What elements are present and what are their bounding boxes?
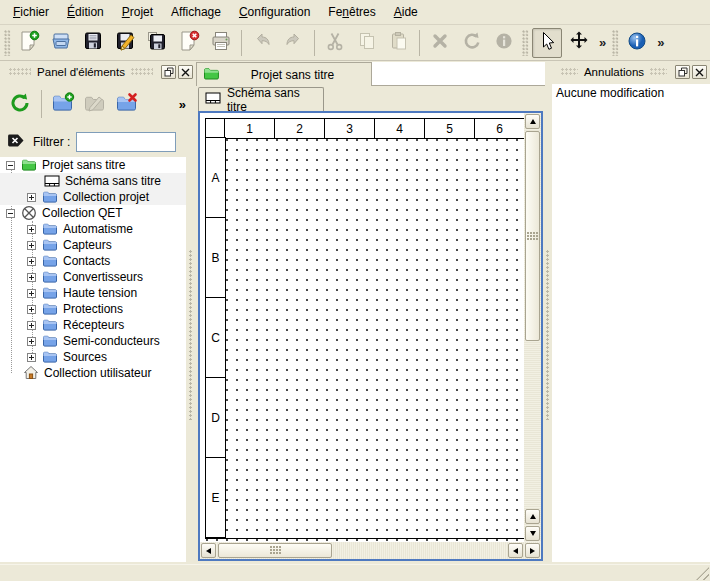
window-resize-grip[interactable]	[696, 567, 709, 580]
menu-affichage[interactable]: Affichage	[162, 2, 230, 22]
horizontal-scrollbar[interactable]	[200, 542, 541, 559]
toolbar-overflow-button[interactable]: »	[595, 35, 610, 50]
menu-configuration[interactable]: Configuration	[230, 2, 319, 22]
collapse-icon[interactable]	[6, 209, 15, 218]
about-info-button[interactable]	[622, 28, 652, 58]
left-dock-splitter[interactable]	[189, 250, 193, 420]
redo-button[interactable]	[279, 28, 309, 58]
new-category-button[interactable]	[47, 88, 79, 120]
scroll-down-button[interactable]	[525, 526, 540, 541]
close-file-button[interactable]	[174, 28, 204, 58]
undo-history-list[interactable]: Aucune modification	[552, 84, 710, 562]
tree-item-semi-conducteurs[interactable]: Semi-conducteurs	[0, 333, 186, 349]
element-info-button[interactable]	[489, 28, 519, 58]
menu-fenetres[interactable]: Fenêtres	[319, 2, 384, 22]
close-document-icon	[178, 30, 200, 55]
save-icon	[82, 30, 104, 55]
tree-item-recepteurs[interactable]: Récepteurs	[0, 317, 186, 333]
filter-input[interactable]	[76, 132, 176, 152]
undo-button[interactable]	[247, 28, 277, 58]
expand-icon[interactable]	[27, 193, 36, 202]
expand-icon[interactable]	[27, 225, 36, 234]
delete-button[interactable]	[425, 28, 455, 58]
expand-icon[interactable]	[27, 321, 36, 330]
clear-filter-icon[interactable]	[6, 131, 25, 153]
panel-toolbar-overflow-button[interactable]: »	[179, 97, 192, 112]
tree-item-haute-tension[interactable]: Haute tension	[0, 285, 186, 301]
toolbar-handle[interactable]	[612, 30, 619, 56]
expand-icon[interactable]	[27, 337, 36, 346]
edit-category-button[interactable]	[79, 88, 111, 120]
toolbar-handle[interactable]	[522, 30, 529, 56]
menu-aide[interactable]: Aide	[385, 2, 427, 22]
down-arrow-icon	[530, 531, 536, 536]
selection-mode-button[interactable]	[532, 28, 562, 58]
elements-panel-titlebar[interactable]: Panel d'éléments	[0, 62, 196, 82]
filter-bar: Filtrer :	[0, 128, 196, 156]
close-panel-button[interactable]	[692, 65, 707, 79]
tree-item-contacts[interactable]: Contacts	[0, 253, 186, 269]
tab-schema[interactable]: Schéma sans titre	[198, 87, 324, 111]
tree-item-collection-utilisateur[interactable]: Collection utilisateur	[0, 365, 186, 381]
expand-icon[interactable]	[27, 289, 36, 298]
tree-item-project[interactable]: Projet sans titre	[0, 157, 186, 173]
tree-item-automatisme[interactable]: Automatisme	[0, 221, 186, 237]
float-panel-button[interactable]	[161, 65, 176, 79]
pan-mode-button[interactable]	[564, 28, 594, 58]
folder-icon	[42, 189, 58, 205]
undo-list-item[interactable]: Aucune modification	[552, 84, 710, 102]
save-button[interactable]	[78, 28, 108, 58]
delete-category-button[interactable]	[111, 88, 143, 120]
paste-button[interactable]	[384, 28, 414, 58]
reload-collections-button[interactable]	[4, 88, 36, 120]
toolbar-handle[interactable]	[4, 30, 11, 56]
vertical-scrollbar[interactable]	[524, 113, 541, 542]
scroll-left-button[interactable]	[201, 543, 216, 558]
rotate-button[interactable]	[457, 28, 487, 58]
home-icon	[23, 365, 39, 381]
menu-edition[interactable]: Édition	[58, 2, 113, 22]
diagram-canvas[interactable]: 1 2 3 4 5 6 A B C D E	[200, 113, 524, 542]
scroll-left-button[interactable]	[508, 543, 523, 558]
undo-panel-titlebar[interactable]: Annulations	[552, 62, 710, 82]
toolbar-overflow-button[interactable]: »	[653, 35, 668, 50]
float-panel-button[interactable]	[675, 65, 690, 79]
menu-projet[interactable]: Projet	[113, 2, 162, 22]
new-project-button[interactable]	[14, 28, 44, 58]
menu-fichier[interactable]: Fichier	[4, 2, 58, 22]
scroll-right-button[interactable]	[525, 543, 540, 558]
diagram-view[interactable]: 1 2 3 4 5 6 A B C D E	[198, 111, 543, 561]
dock-handle-texture	[561, 68, 578, 76]
elements-panel: Panel d'éléments » Filtrer : Projet sans…	[0, 62, 196, 562]
save-all-button[interactable]	[142, 28, 172, 58]
expand-icon[interactable]	[27, 241, 36, 250]
tree-item-collection-projet[interactable]: Collection projet	[0, 189, 186, 205]
expand-icon[interactable]	[27, 257, 36, 266]
close-panel-button[interactable]	[178, 65, 193, 79]
tree-item-sources[interactable]: Sources	[0, 349, 186, 365]
thumb-grip	[527, 232, 538, 241]
open-button[interactable]	[46, 28, 76, 58]
copy-button[interactable]	[352, 28, 382, 58]
collapse-icon[interactable]	[6, 161, 15, 170]
expand-icon[interactable]	[27, 353, 36, 362]
save-as-icon	[114, 30, 136, 55]
print-button[interactable]	[206, 28, 236, 58]
tree-item-collection-qet[interactable]: Collection QET	[0, 205, 186, 221]
vertical-scroll-thumb[interactable]	[525, 131, 540, 341]
tree-item-convertisseurs[interactable]: Convertisseurs	[0, 269, 186, 285]
expand-icon[interactable]	[27, 305, 36, 314]
scroll-up-button[interactable]	[525, 509, 540, 524]
tree-item-capteurs[interactable]: Capteurs	[0, 237, 186, 253]
expand-icon[interactable]	[27, 273, 36, 282]
save-as-button[interactable]	[110, 28, 140, 58]
diagram-frame: 1 2 3 4 5 6 A B C D E	[205, 118, 524, 539]
scroll-up-button[interactable]	[525, 114, 540, 129]
tree-item-protections[interactable]: Protections	[0, 301, 186, 317]
horizontal-scroll-thumb[interactable]	[218, 543, 332, 558]
folder-icon	[42, 317, 58, 333]
cut-button[interactable]	[320, 28, 350, 58]
right-dock-splitter[interactable]	[546, 250, 550, 420]
tab-project[interactable]: Projet sans titre	[196, 62, 372, 86]
tree-item-schema[interactable]: Schéma sans titre	[0, 173, 186, 189]
